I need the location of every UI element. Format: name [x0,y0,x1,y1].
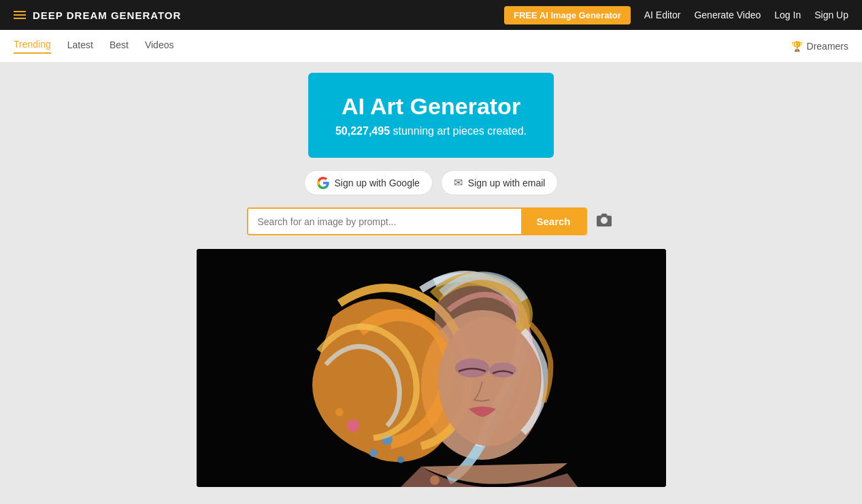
featured-image-section [0,249,862,487]
main-content: AI Art Generator 50,227,495 stunning art… [0,63,862,504]
tab-trending[interactable]: Trending [14,39,51,54]
svg-point-6 [347,420,359,432]
site-title: DEEP DREAM GENERATOR [33,10,181,21]
signup-section: Sign up with Google ✉ Sign up with email [0,170,862,195]
google-icon [317,177,329,189]
hero-subtitle: 50,227,495 stunning art pieces created. [335,125,527,137]
tab-best[interactable]: Best [110,39,129,53]
search-section: Search [0,207,862,235]
svg-point-7 [335,408,344,416]
nav-right: FREE AI Image Generator AI Editor Genera… [504,6,848,24]
tab-latest[interactable]: Latest [67,39,93,53]
featured-image [197,249,666,487]
dreamers-label: Dreamers [807,41,848,52]
svg-point-3 [369,449,378,457]
art-count: 50,227,495 [335,125,390,137]
free-ai-button[interactable]: FREE AI Image Generator [504,6,631,24]
hamburger-icon[interactable] [14,11,26,19]
top-nav: DEEP DREAM GENERATOR FREE AI Image Gener… [0,0,862,30]
hero-banner: AI Art Generator 50,227,495 stunning art… [308,73,554,158]
camera-search-button[interactable] [593,209,616,235]
hero-title: AI Art Generator [335,93,527,120]
search-bar: Search [247,207,587,235]
email-icon: ✉ [454,176,463,189]
email-signup-button[interactable]: ✉ Sign up with email [441,170,559,195]
tab-videos[interactable]: Videos [145,39,174,53]
signup-link[interactable]: Sign Up [814,10,848,20]
trophy-icon: 🏆 [791,41,803,52]
sub-nav: Trending Latest Best Videos 🏆 Dreamers [0,30,862,63]
google-signup-label: Sign up with Google [335,178,420,188]
search-button[interactable]: Search [521,209,585,234]
ai-editor-link[interactable]: AI Editor [644,10,681,20]
nav-left: DEEP DREAM GENERATOR [14,10,181,21]
dreamers-link[interactable]: 🏆 Dreamers [791,41,848,52]
generate-video-link[interactable]: Generate Video [694,10,761,20]
search-input[interactable] [248,209,522,234]
google-signup-button[interactable]: Sign up with Google [304,170,433,195]
camera-icon [595,212,613,228]
email-signup-label: Sign up with email [468,178,546,188]
hero-subtitle-suffix: stunning art pieces created. [393,125,527,137]
svg-point-4 [397,456,404,463]
art-image [197,249,666,487]
login-link[interactable]: Log In [774,10,801,20]
tab-list: Trending Latest Best Videos [14,39,173,54]
svg-point-10 [489,363,516,377]
